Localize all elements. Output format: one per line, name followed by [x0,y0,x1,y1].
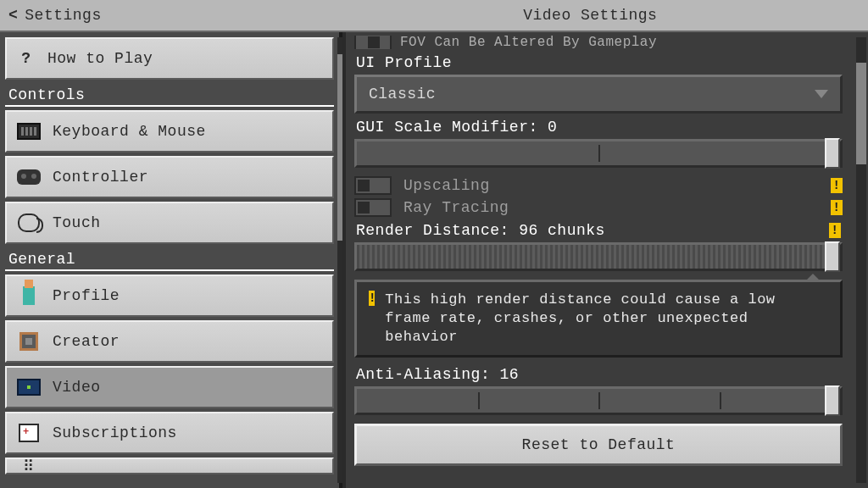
creator-icon [17,332,41,351]
sidebar-item-label: Video [53,379,101,396]
page-title: Video Settings [523,7,657,24]
warning-icon [369,291,375,306]
sidebar-item-creator[interactable]: Creator [5,320,334,363]
button-label: Reset to Default [522,436,676,453]
ray-tracing-toggle[interactable] [354,198,392,217]
keyboard-icon [17,122,41,141]
reset-to-default-button[interactable]: Reset to Default [354,424,843,466]
sidebar-item-label: How to Play [47,50,153,67]
toggle-row-fov[interactable]: FOV Can Be Altered By Gameplay [354,36,843,49]
fov-toggle[interactable] [354,36,392,49]
ui-profile-dropdown[interactable]: Classic [354,75,843,114]
upscaling-toggle[interactable] [354,176,392,195]
render-distance-slider[interactable] [354,242,843,271]
sidebar-item-label: Keyboard & Mouse [53,123,206,140]
chevron-down-icon [815,90,828,98]
back-label: Settings [25,7,101,24]
sidebar-item-cutoff[interactable]: ⠿ [5,458,334,474]
sidebar-item-label: Controller [53,169,148,186]
toggle-label: Ray Tracing [403,199,509,216]
sidebar-section-general: General [5,249,334,271]
sidebar-section-controls: Controls [5,85,334,107]
sidebar: ? How to Play Controls Keyboard & Mouse … [0,32,342,488]
sidebar-item-label: Profile [53,287,120,304]
render-distance-label: Render Distance: 96 chunks [356,222,841,239]
question-icon: ? [17,49,36,68]
antialias-slider[interactable] [354,386,843,415]
sidebar-item-controller[interactable]: Controller [5,156,334,198]
dropdown-value: Classic [369,86,436,103]
profile-icon [17,286,41,305]
controller-icon [17,168,41,186]
render-distance-warning: This high render distance could cause a … [354,280,843,358]
chevron-left-icon: < [8,7,18,24]
touch-icon [17,214,41,232]
sidebar-item-touch[interactable]: Touch [5,202,334,244]
sidebar-item-label: Touch [53,214,101,231]
ui-profile-label: UI Profile [356,54,841,71]
toggle-row-ray-tracing: Ray Tracing [354,198,843,217]
sidebar-item-how-to-play[interactable]: ? How to Play [5,37,334,80]
calendar-plus-icon [17,424,41,442]
sidebar-item-subscriptions[interactable]: Subscriptions [5,412,334,454]
callout-text: This high render distance could cause a … [385,291,828,347]
toggle-label: FOV Can Be Altered By Gameplay [400,36,657,49]
sidebar-item-label: Subscriptions [53,424,177,441]
warning-icon [831,178,843,193]
toggle-row-upscaling: Upscaling [354,176,843,195]
warning-icon [829,223,841,238]
sidebar-item-keyboard[interactable]: Keyboard & Mouse [5,110,334,152]
content-panel: FOV Can Be Altered By Gameplay UI Profil… [342,32,868,488]
back-button[interactable]: < Settings [0,7,102,24]
top-bar: < Settings Video Settings [0,0,868,32]
toggle-label: Upscaling [403,177,490,194]
gui-scale-slider[interactable] [354,139,843,168]
sidebar-item-video[interactable]: Video [5,366,334,408]
sidebar-item-profile[interactable]: Profile [5,274,334,317]
unknown-icon: ⠿ [17,458,41,474]
content-scrollbar[interactable] [856,37,866,483]
gui-scale-label: GUI Scale Modifier: 0 [356,119,841,136]
monitor-icon [17,378,41,396]
sidebar-item-label: Creator [53,333,120,350]
warning-icon [831,200,843,215]
antialias-label: Anti-Aliasing: 16 [356,366,841,383]
